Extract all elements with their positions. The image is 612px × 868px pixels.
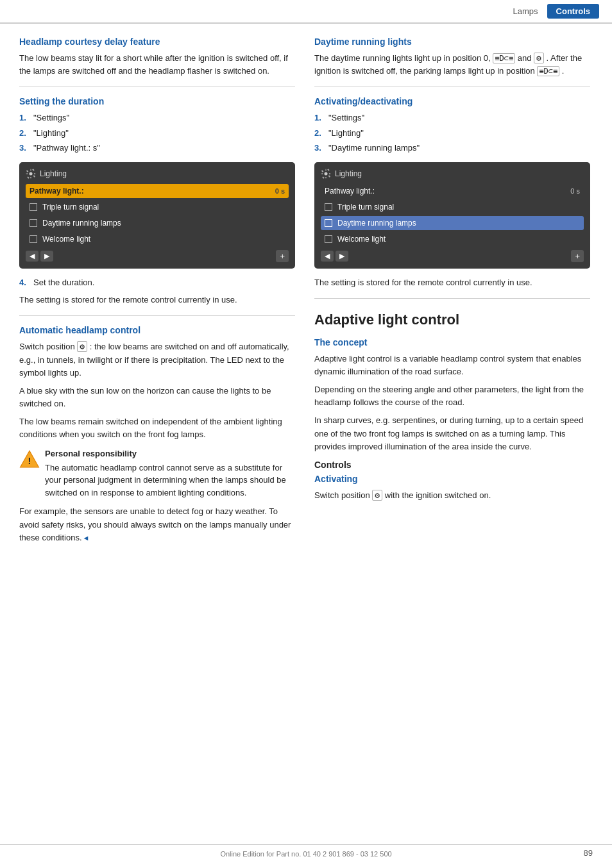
step-item: 2."Lighting"	[19, 127, 295, 140]
adaptive-light-section: Adaptive light control The concept Adapt…	[314, 312, 590, 502]
gear-icon	[321, 169, 331, 179]
screen-header-right: Lighting	[321, 169, 584, 179]
concept-body2: Depending on the steering angle and othe…	[314, 383, 590, 409]
concept-body3: In sharp curves, e.g. serpentines, or du…	[314, 414, 590, 453]
left-arrow-button-r[interactable]: ◀	[321, 251, 334, 262]
setting-duration-title: Setting the duration	[19, 96, 295, 106]
adaptive-light-title: Adaptive light control	[314, 312, 590, 328]
screen-row-welcome-r: Welcome light	[321, 232, 584, 246]
top-navigation: Lamps Controls	[0, 0, 612, 24]
activating-body: Switch position ⚙ with the ignition swit…	[314, 489, 590, 502]
auto-headlamp-body1: Switch position ⚙ : the low beams are sw…	[19, 340, 295, 379]
step-item: 2."Lighting"	[314, 127, 590, 140]
checkbox-icon	[325, 219, 332, 227]
checkbox-icon	[30, 219, 37, 227]
step-item: 1."Settings"	[19, 112, 295, 124]
divider1	[19, 87, 295, 87]
step4-list: 4.Set the duration.	[19, 276, 295, 289]
gear-icon	[26, 169, 36, 179]
activating-title: Activating	[314, 474, 590, 484]
back-arrow-icon: ◄	[83, 534, 90, 542]
daytime-lights-title: Daytime running lights	[314, 37, 590, 47]
svg-point-0	[30, 172, 33, 175]
warning-text: Personal responsibility The automatic he…	[45, 447, 295, 499]
checkbox-icon	[325, 203, 332, 211]
screen-mockup-left: Lighting Pathway light.: 0 s Triple turn…	[19, 162, 295, 269]
step-item: 1."Settings"	[314, 112, 590, 124]
right-arrow-button-r[interactable]: ▶	[336, 251, 348, 262]
screen-title-left: Lighting	[40, 169, 67, 178]
setting-duration-section: Setting the duration 1."Settings" 2."Lig…	[19, 96, 295, 306]
activating-deactivating-section: Activating/deactivating 1."Settings" 2."…	[314, 96, 590, 289]
controls-title: Controls	[314, 460, 590, 470]
nav-lamps[interactable]: Lamps	[504, 4, 547, 19]
activating-steps: 1."Settings" 2."Lighting" 3."Daytime run…	[314, 112, 590, 154]
screen-row-daytime: Daytime running lamps	[26, 216, 289, 230]
step-item: 3."Pathway light.: s"	[19, 142, 295, 154]
footer-text: Online Edition for Part no. 01 40 2 901 …	[220, 850, 391, 858]
divider2	[19, 315, 295, 316]
footer: Online Edition for Part no. 01 40 2 901 …	[0, 844, 612, 858]
screen-row-welcome: Welcome light	[26, 232, 289, 246]
setting-duration-steps: 1."Settings" 2."Lighting" 3."Pathway lig…	[19, 112, 295, 154]
warning-box: ! Personal responsibility The automatic …	[19, 447, 295, 499]
screen-title-right: Lighting	[335, 169, 362, 178]
warning-icon: !	[19, 449, 40, 469]
screen-row-triple-r: Triple turn signal	[321, 200, 584, 214]
the-concept-section: The concept Adaptive light control is a …	[314, 337, 590, 453]
nav-controls[interactable]: Controls	[547, 4, 599, 19]
screen-row-triple: Triple turn signal	[26, 200, 289, 214]
step-item: 3."Daytime running lamps"	[314, 142, 590, 154]
controls-section: Controls Activating Switch position ⚙ wi…	[314, 460, 590, 502]
right-arrow-button[interactable]: ▶	[40, 251, 53, 262]
headlamp-courtesy-section: Headlamp courtesy delay feature The low …	[19, 37, 295, 78]
checkbox-icon	[325, 235, 332, 243]
auto-headlamp-section: Automatic headlamp control Switch positi…	[19, 325, 295, 544]
screen-nav-right: ◀ ▶ +	[321, 250, 584, 262]
daytime-lights-body: The daytime running lights light up in p…	[314, 52, 590, 78]
concept-body1: Adaptive light control is a variable hea…	[314, 353, 590, 378]
headlamp-courtesy-title: Headlamp courtesy delay feature	[19, 37, 295, 47]
auto-headlamp-body4: For example, the sensors are unable to d…	[19, 505, 295, 544]
screen-row-pathway-r: Pathway light.: 0 s	[321, 184, 584, 198]
auto-headlamp-body3: The low beams remain switched on indepen…	[19, 415, 295, 441]
activating-deactivating-title: Activating/deactivating	[314, 96, 590, 106]
headlamp-courtesy-body: The low beams stay lit for a short while…	[19, 52, 295, 78]
setting-duration-aftnote: The setting is stored for the remote con…	[19, 294, 295, 306]
auto-headlamp-body2: A blue sky with the sun low on the horiz…	[19, 385, 295, 410]
left-arrow-button[interactable]: ◀	[26, 251, 38, 262]
the-concept-title: The concept	[314, 337, 590, 347]
plus-button-r[interactable]: +	[571, 250, 584, 262]
auto-headlamp-title: Automatic headlamp control	[19, 325, 295, 335]
activating-section: Activating Switch position ⚙ with the ig…	[314, 474, 590, 502]
svg-point-3	[325, 172, 328, 175]
right-column: Daytime running lights The daytime runni…	[314, 37, 590, 549]
step4-item: 4.Set the duration.	[19, 276, 295, 289]
page-number: 89	[584, 848, 593, 858]
left-column: Headlamp courtesy delay feature The low …	[19, 37, 295, 549]
screen-row-pathway: Pathway light.: 0 s	[26, 184, 289, 198]
warning-body: The automatic headlamp control cannot se…	[45, 463, 286, 497]
daytime-lights-section: Daytime running lights The daytime runni…	[314, 37, 590, 78]
screen-row-daytime-r: Daytime running lamps	[321, 216, 584, 230]
svg-text:!: !	[28, 456, 31, 466]
plus-button[interactable]: +	[276, 250, 289, 262]
activating-aftnote: The setting is stored for the remote con…	[314, 276, 590, 289]
divider3	[314, 87, 590, 87]
main-content: Headlamp courtesy delay feature The low …	[0, 24, 612, 588]
divider4	[314, 298, 590, 299]
screen-header-left: Lighting	[26, 169, 289, 179]
warning-title: Personal responsibility	[45, 447, 295, 460]
screen-nav-left: ◀ ▶ +	[26, 250, 289, 262]
screen-mockup-right: Lighting Pathway light.: 0 s Triple turn…	[314, 162, 590, 269]
checkbox-icon	[30, 235, 37, 243]
checkbox-icon	[30, 203, 37, 211]
